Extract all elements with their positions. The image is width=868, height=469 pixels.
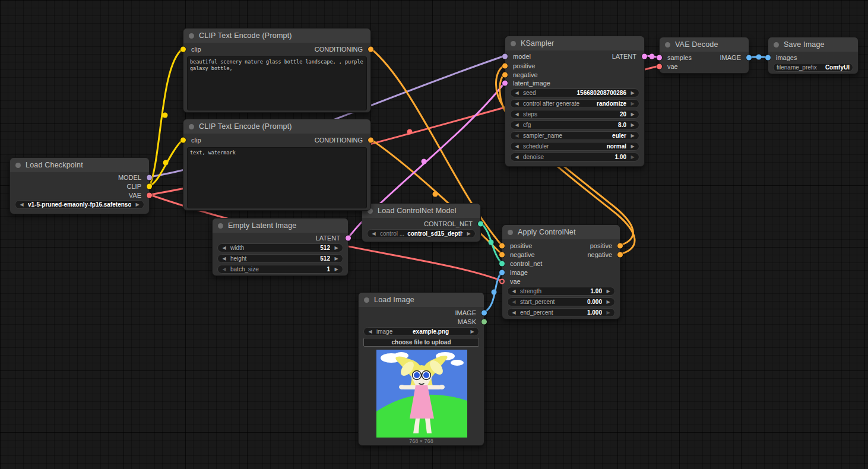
link-midpoint-dot[interactable] — [163, 113, 168, 118]
input-port-positive[interactable]: positive — [502, 242, 532, 250]
node-clip-text-encode-negative[interactable]: CLIP Text Encode (Prompt)clipCONDITIONIN… — [183, 119, 371, 211]
input-port-negative[interactable]: negative — [502, 251, 535, 259]
increment-arrow-icon[interactable]: ▶ — [629, 132, 636, 140]
decrement-arrow-icon[interactable]: ◀ — [514, 110, 520, 118]
node-empty-latent-image[interactable]: Empty Latent ImageLATENT◀width512▶◀heigh… — [212, 218, 349, 276]
widget-end_percent[interactable]: ◀end_percent1.000▶ — [507, 308, 615, 317]
increment-arrow-icon[interactable]: ▶ — [333, 244, 340, 252]
port-dot-conditioning-icon[interactable] — [499, 252, 505, 258]
node-load-image[interactable]: Load ImageIMAGEMASK◀imageexample.png▶cho… — [358, 292, 484, 446]
output-port-conditioning[interactable]: CONDITIONING — [315, 136, 370, 144]
decrement-arrow-icon[interactable]: ◀ — [511, 298, 517, 306]
link-midpoint-dot[interactable] — [163, 160, 169, 166]
collapse-dot-icon[interactable] — [218, 223, 223, 229]
increment-arrow-icon[interactable]: ▶ — [629, 89, 636, 97]
node-titlebar[interactable]: Apply ControlNet — [502, 225, 620, 239]
port-dot-clip-icon[interactable] — [147, 184, 152, 189]
port-dot-control_net-icon[interactable] — [499, 261, 505, 267]
widget-seed[interactable]: ◀seed156680208700286▶ — [510, 88, 639, 97]
output-port-image[interactable]: IMAGE — [455, 309, 484, 317]
widget-value[interactable]: 512 — [249, 255, 330, 262]
port-dot-mask-icon[interactable] — [481, 319, 487, 325]
decrement-arrow-icon[interactable]: ◀ — [221, 244, 227, 252]
link-midpoint-dot[interactable] — [407, 129, 413, 135]
widget-sampler_name[interactable]: ◀sampler_nameeuler▶ — [510, 131, 639, 140]
link-midpoint-dot[interactable] — [492, 290, 497, 295]
widget-combo[interactable]: ◀v1-5-pruned-emaonly-fp16.safetensors▶ — [15, 200, 144, 209]
node-titlebar[interactable]: Load Checkpoint — [10, 158, 149, 172]
output-port-model[interactable]: MODEL — [118, 173, 149, 182]
decrement-arrow-icon[interactable]: ◀ — [514, 100, 520, 107]
port-dot-conditioning-icon[interactable] — [617, 252, 623, 258]
widget-image[interactable]: ◀imageexample.png▶ — [363, 327, 479, 336]
widget-value[interactable]: 8.0 — [534, 122, 626, 128]
input-port-samples[interactable]: samples — [660, 53, 692, 62]
node-titlebar[interactable]: VAE Decode — [660, 37, 749, 52]
decrement-arrow-icon[interactable]: ◀ — [221, 265, 227, 273]
output-port-vae[interactable]: VAE — [129, 191, 149, 199]
widget-denoise[interactable]: ◀denoise1.00▶ — [510, 153, 639, 161]
node-titlebar[interactable]: CLIP Text Encode (Prompt) — [183, 119, 370, 134]
collapse-dot-icon[interactable] — [364, 297, 369, 303]
link-midpoint-dot[interactable] — [756, 55, 762, 60]
decrement-arrow-icon[interactable]: ◀ — [514, 121, 520, 129]
widget-value[interactable]: 1.00 — [544, 288, 602, 294]
port-dot-latent-icon[interactable] — [502, 81, 508, 86]
port-dot-vae-icon[interactable] — [499, 279, 505, 284]
widget-value[interactable]: 1.00 — [547, 154, 626, 160]
port-dot-clip-icon[interactable] — [180, 47, 186, 52]
widget-value[interactable]: normal — [552, 143, 626, 150]
widget-control after generate[interactable]: ◀control after generaterandomize▶ — [510, 99, 639, 108]
widget-value[interactable]: euler — [565, 132, 626, 139]
widget-control ...[interactable]: ◀control ...control_sd15_depth.pth▶ — [367, 229, 476, 238]
widget-value[interactable]: 512 — [247, 245, 330, 251]
port-dot-conditioning-icon[interactable] — [502, 72, 508, 78]
port-dot-model-icon[interactable] — [502, 54, 508, 59]
port-dot-latent-icon[interactable] — [346, 236, 351, 241]
collapse-dot-icon[interactable] — [189, 124, 194, 129]
node-load-controlnet-model[interactable]: Load ControlNet ModelCONTROL_NET◀control… — [362, 203, 481, 242]
input-port-vae[interactable]: vae — [502, 277, 521, 286]
input-port-image[interactable]: image — [502, 268, 528, 277]
output-port-image[interactable]: IMAGE — [720, 53, 749, 62]
decrement-arrow-icon[interactable]: ◀ — [18, 201, 25, 208]
input-port-control_net[interactable]: control_net — [502, 259, 542, 268]
port-dot-vae-icon[interactable] — [657, 64, 662, 69]
port-dot-image-icon[interactable] — [746, 55, 752, 61]
port-dot-conditioning-icon[interactable] — [502, 64, 508, 69]
decrement-arrow-icon[interactable]: ◀ — [514, 153, 520, 161]
port-dot-latent-icon[interactable] — [642, 54, 647, 59]
port-dot-conditioning-icon[interactable] — [368, 138, 373, 143]
output-port-positive[interactable]: positive — [590, 242, 620, 250]
input-port-positive[interactable]: positive — [505, 62, 535, 70]
widget-value[interactable]: v1-5-pruned-emaonly-fp16.safetensors — [28, 201, 131, 208]
widget-width[interactable]: ◀width512▶ — [217, 243, 343, 252]
prompt-textarea[interactable]: text, watermark — [187, 147, 367, 208]
increment-arrow-icon[interactable]: ▶ — [333, 255, 340, 262]
increment-arrow-icon[interactable]: ▶ — [629, 153, 636, 161]
widget-value[interactable]: 0.000 — [557, 299, 602, 305]
input-port-vae[interactable]: vae — [660, 62, 678, 71]
port-dot-model-icon[interactable] — [147, 175, 152, 180]
decrement-arrow-icon[interactable]: ◀ — [514, 142, 520, 150]
widget-start_percent[interactable]: ◀start_percent0.000▶ — [507, 297, 615, 306]
port-dot-latent-icon[interactable] — [657, 55, 662, 61]
port-dot-vae-icon[interactable] — [147, 193, 152, 198]
link-midpoint-dot[interactable] — [433, 192, 438, 197]
widget-value[interactable]: control_sd15_depth.pth — [407, 230, 462, 237]
widget-batch_size[interactable]: ◀batch_size1▶ — [217, 265, 343, 274]
increment-arrow-icon[interactable]: ▶ — [134, 201, 141, 208]
widget-height[interactable]: ◀height512▶ — [217, 254, 343, 263]
node-titlebar[interactable]: Load ControlNet Model — [362, 204, 480, 218]
output-port-negative[interactable]: negative — [587, 251, 620, 259]
increment-arrow-icon[interactable]: ▶ — [629, 142, 636, 150]
port-dot-image-icon[interactable] — [765, 55, 771, 61]
node-titlebar[interactable]: Empty Latent Image — [213, 218, 348, 233]
node-titlebar[interactable]: Load Image — [359, 293, 484, 307]
output-port-conditioning[interactable]: CONDITIONING — [315, 45, 370, 53]
collapse-dot-icon[interactable] — [665, 42, 670, 47]
input-port-clip[interactable]: clip — [183, 45, 201, 53]
link-midpoint-dot[interactable] — [650, 54, 655, 59]
widget-cfg[interactable]: ◀cfg8.0▶ — [510, 121, 639, 129]
increment-arrow-icon[interactable]: ▶ — [465, 230, 472, 237]
